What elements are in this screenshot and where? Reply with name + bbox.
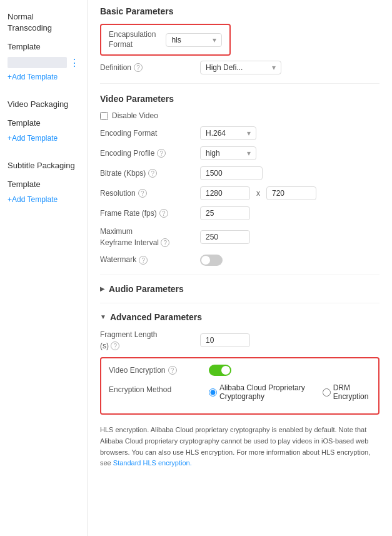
- encryption-option-drm[interactable]: DRM Encryption: [323, 383, 371, 401]
- watermark-label: Watermark: [100, 255, 136, 265]
- sidebar-template1-title: Template: [0, 36, 87, 55]
- sidebar-normal-transcoding-title: Normal Transcoding: [0, 6, 87, 36]
- sidebar-video-packaging-title: Video Packaging: [0, 94, 87, 113]
- watermark-toggle[interactable]: [200, 255, 223, 266]
- separator-1: [100, 83, 379, 84]
- encryption-method-options: Alibaba Cloud Proprietary Cryptography D…: [209, 383, 371, 401]
- resolution-help-icon[interactable]: ?: [138, 189, 147, 198]
- video-encryption-label-wrapper: Video Encryption ?: [109, 365, 209, 376]
- definition-value-wrapper: High Defi... ▾: [200, 61, 379, 74]
- video-encryption-toggle[interactable]: [209, 365, 231, 376]
- bitrate-label: Bitrate (Kbps): [100, 168, 146, 179]
- resolution-label-wrapper: Resolution ?: [100, 188, 200, 199]
- main-content: Basic Parameters EncapsulationFormat hls…: [88, 0, 392, 536]
- audio-params-title: Audio Parameters: [109, 284, 184, 294]
- advanced-params-title: Advanced Parameters: [110, 312, 202, 322]
- watermark-help-icon[interactable]: ?: [139, 256, 148, 265]
- definition-label-wrapper: Definition ?: [100, 63, 200, 73]
- encoding-format-select[interactable]: H.264 ▾: [200, 126, 256, 140]
- fragment-length-row: Fragment Length(s) ?: [100, 330, 379, 351]
- encoding-format-val: H.264: [206, 129, 226, 138]
- definition-row: Definition ? High Defi... ▾: [100, 61, 379, 74]
- encoding-format-label: Encoding Format: [100, 128, 200, 139]
- disable-video-checkbox[interactable]: [100, 112, 108, 120]
- video-encryption-value: [209, 365, 371, 376]
- definition-dropdown-icon: ▾: [272, 63, 276, 72]
- watermark-slider: [200, 255, 223, 266]
- watermark-value: [200, 255, 379, 266]
- encapsulation-row: EncapsulationFormat hls ▾: [109, 30, 222, 49]
- resolution-label: Resolution: [100, 188, 136, 199]
- fragment-length-help-icon[interactable]: ?: [111, 341, 119, 350]
- bitrate-input[interactable]: [200, 166, 263, 180]
- video-encryption-box: Video Encryption ? Encryption Method Ali…: [100, 357, 379, 415]
- sidebar-template3-title: Template: [0, 174, 87, 193]
- resolution-width-input[interactable]: [200, 186, 250, 200]
- fragment-length-input[interactable]: [200, 333, 250, 347]
- encapsulation-label: EncapsulationFormat: [109, 30, 156, 49]
- encoding-format-value: H.264 ▾: [200, 126, 379, 140]
- max-keyframe-help-icon[interactable]: ?: [161, 238, 169, 247]
- bitrate-label-wrapper: Bitrate (Kbps) ?: [100, 168, 200, 179]
- video-encryption-slider: [209, 365, 231, 376]
- definition-select[interactable]: High Defi... ▾: [200, 61, 281, 74]
- frame-rate-label-wrapper: Frame Rate (fps) ?: [100, 208, 200, 219]
- sidebar-template2-add-button[interactable]: +Add Template: [0, 131, 87, 145]
- frame-rate-value: [200, 206, 379, 220]
- video-encryption-row: Video Encryption ?: [109, 365, 371, 376]
- disable-video-label: Disable Video: [112, 111, 158, 120]
- bitrate-value: [200, 166, 379, 180]
- sidebar-template1-item-row: ⋮: [0, 56, 87, 70]
- encapsulation-select-wrapper: hls ▾: [166, 33, 222, 47]
- advanced-params-arrow-icon: ▼: [100, 313, 106, 320]
- max-keyframe-row: MaximumKeyframe Interval ?: [100, 226, 379, 248]
- sidebar-template1-dots-icon[interactable]: ⋮: [67, 57, 79, 69]
- max-keyframe-input[interactable]: [200, 230, 250, 244]
- video-encryption-help-icon[interactable]: ?: [168, 366, 177, 375]
- sidebar-template1-add-button[interactable]: +Add Template: [0, 70, 87, 84]
- standard-hls-link[interactable]: Standard HLS encryption.: [113, 459, 192, 467]
- encoding-format-row: Encoding Format H.264 ▾: [100, 126, 379, 140]
- definition-value: High Defi...: [206, 63, 243, 72]
- resolution-separator: x: [256, 189, 260, 198]
- encapsulation-select[interactable]: hls ▾: [166, 33, 222, 47]
- encryption-radio-alibaba[interactable]: [209, 388, 217, 397]
- encryption-option-alibaba[interactable]: Alibaba Cloud Proprietary Cryptography: [209, 383, 315, 401]
- encryption-radio-drm[interactable]: [323, 388, 331, 397]
- encoding-profile-select[interactable]: high ▾: [200, 146, 256, 160]
- audio-params-header[interactable]: ▶ Audio Parameters: [100, 284, 379, 294]
- separator-3: [100, 303, 379, 303]
- encoding-profile-label-wrapper: Encoding Profile ?: [100, 148, 200, 159]
- encapsulation-dropdown-icon: ▾: [213, 36, 216, 44]
- frame-rate-row: Frame Rate (fps) ?: [100, 206, 379, 220]
- watermark-row: Watermark ?: [100, 255, 379, 266]
- bitrate-help-icon[interactable]: ?: [148, 169, 157, 178]
- max-keyframe-value: [200, 230, 379, 244]
- fragment-length-value: [200, 333, 379, 347]
- encapsulation-red-box: EncapsulationFormat hls ▾: [100, 24, 231, 56]
- encoding-profile-dropdown-icon: ▾: [247, 149, 251, 158]
- sidebar-template3-add-button[interactable]: +Add Template: [0, 193, 87, 206]
- resolution-value: x: [200, 186, 379, 200]
- frame-rate-input[interactable]: [200, 206, 250, 220]
- advanced-params-header[interactable]: ▼ Advanced Parameters: [100, 312, 379, 322]
- resolution-height-input[interactable]: [266, 186, 316, 200]
- encoding-profile-help-icon[interactable]: ?: [157, 149, 166, 158]
- encryption-description: HLS encryption. Alibaba Cloud proprietar…: [100, 421, 379, 472]
- frame-rate-help-icon[interactable]: ?: [159, 209, 168, 218]
- encryption-method-label: Encryption Method: [109, 385, 209, 395]
- sidebar-template2-title: Template: [0, 113, 87, 131]
- definition-help-icon[interactable]: ?: [134, 63, 143, 72]
- sidebar-template1-item[interactable]: [8, 57, 67, 68]
- definition-label: Definition: [100, 63, 131, 73]
- encoding-profile-label: Encoding Profile: [100, 148, 154, 159]
- audio-params-arrow-icon: ▶: [100, 285, 105, 292]
- encryption-option-alibaba-label: Alibaba Cloud Proprietary Cryptography: [219, 383, 315, 401]
- bitrate-row: Bitrate (Kbps) ?: [100, 166, 379, 180]
- encoding-profile-row: Encoding Profile ? high ▾: [100, 146, 379, 160]
- separator-2: [100, 275, 379, 275]
- encryption-option-drm-label: DRM Encryption: [333, 383, 371, 401]
- basic-params-title: Basic Parameters: [100, 6, 379, 16]
- resolution-row: Resolution ? x: [100, 186, 379, 200]
- encoding-profile-value: high ▾: [200, 146, 379, 160]
